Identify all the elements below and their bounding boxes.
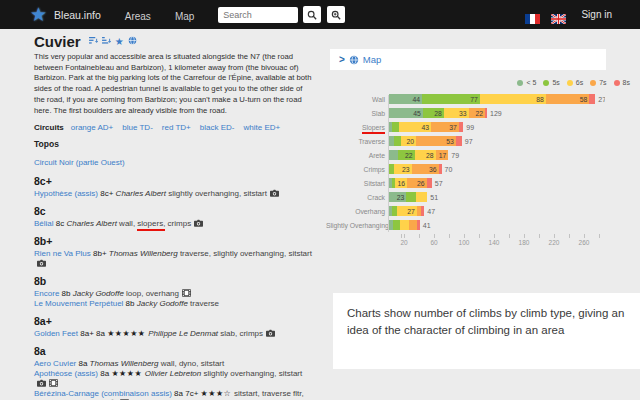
advanced-search-button[interactable] bbox=[327, 6, 345, 23]
bar-segment-8s bbox=[485, 108, 487, 118]
french-flag-icon[interactable] bbox=[525, 10, 540, 20]
chart-category-label: Overhang bbox=[326, 208, 385, 215]
climb-link[interactable]: Aero Cuvier bbox=[34, 359, 76, 368]
stacked-bar: 22281779 bbox=[389, 150, 605, 160]
climb-type-chart: Wall44778858275Slab45283322129Slopers433… bbox=[326, 94, 605, 247]
x-tick-label: 60 bbox=[430, 239, 437, 246]
topos-label: Topos bbox=[34, 139, 314, 149]
favorite-star-icon[interactable]: ★ bbox=[115, 37, 124, 47]
climb-grade: 8a+ 8a bbox=[78, 329, 107, 338]
bleau-info-page: ★ Bleau.info AreasMap Sign in Cuvier ★ T… bbox=[0, 0, 640, 400]
globe-icon bbox=[349, 51, 359, 69]
chevron-right-icon: > bbox=[339, 54, 345, 65]
stacked-bar: 2351 bbox=[389, 192, 605, 202]
annotation-card: Charts show number of climbs by climb ty… bbox=[333, 293, 640, 369]
circuits-label: Circuits bbox=[34, 123, 64, 132]
bar-segment-7s bbox=[409, 220, 417, 230]
climb-grade: 8a bbox=[98, 369, 111, 378]
map-link[interactable]: Map bbox=[363, 54, 381, 65]
map-panel[interactable]: > Map bbox=[330, 49, 606, 70]
climb-row: Encore 8b Jacky Godoffe loop, overhang bbox=[34, 289, 314, 299]
climb-grade: 8a 7c+ bbox=[172, 389, 201, 398]
circuit-link[interactable]: orange AD+ bbox=[71, 123, 113, 132]
chart-legend: < 55s6s7s8s bbox=[330, 79, 630, 86]
climb-link[interactable]: Rien ne Va Plus bbox=[34, 249, 91, 258]
camera-icon bbox=[37, 379, 46, 387]
bleau-logo-icon[interactable]: ★ bbox=[30, 5, 47, 24]
bar-segment-8s bbox=[456, 136, 462, 146]
bar-total-label: 51 bbox=[430, 194, 438, 201]
stacked-bar: 205397 bbox=[389, 136, 605, 146]
sign-in-link[interactable]: Sign in bbox=[581, 9, 612, 20]
x-axis-labels: 2060100140180220260 bbox=[389, 238, 605, 247]
climb-author: Charles Albert bbox=[116, 189, 169, 198]
bar-segment-7s: 22 bbox=[469, 108, 486, 118]
climb-author: Thomas Willenberg bbox=[109, 249, 180, 258]
bar-segment-6s bbox=[416, 192, 427, 202]
star-rating: ★★★★★ bbox=[107, 329, 148, 338]
chart-row: Wall44778858275 bbox=[326, 94, 605, 104]
climb-link[interactable]: Bérézina-Carnage (combinaison assis) bbox=[34, 389, 172, 398]
sort-numeric-icon[interactable] bbox=[102, 37, 111, 47]
climb-grade: 8b+ bbox=[91, 249, 109, 258]
bar-segment-8s bbox=[417, 220, 420, 230]
bar-segment-6s bbox=[400, 220, 410, 230]
x-tick-label: 260 bbox=[579, 239, 590, 246]
x-tick-label: 180 bbox=[519, 239, 530, 246]
climb-row: Rien ne Va Plus 8b+ Thomas Willenberg tr… bbox=[34, 249, 314, 269]
bar-total-label: 97 bbox=[465, 138, 473, 145]
main-nav: AreasMap bbox=[125, 6, 219, 24]
sort-alpha-icon[interactable] bbox=[89, 37, 98, 47]
bar-segment-5s bbox=[394, 136, 401, 146]
legend-dot bbox=[567, 80, 573, 86]
chart-category-label: Slightly Overhanging bbox=[326, 222, 385, 229]
grade-heading: 8a+ bbox=[34, 315, 314, 327]
climb-link[interactable]: Bélial bbox=[34, 219, 54, 228]
page-title: Cuvier bbox=[34, 33, 81, 50]
bar-segment-6s: 28 bbox=[415, 150, 436, 160]
climb-author: Olivier Lebreton bbox=[145, 369, 204, 378]
topo-link[interactable]: Circuit Noir (partie Ouest) bbox=[34, 158, 125, 167]
bar-segment-6s: 33 bbox=[444, 108, 469, 118]
climb-style: traverse bbox=[190, 299, 219, 308]
bar-total-label: 47 bbox=[427, 208, 435, 215]
climb-link[interactable]: Golden Feet bbox=[34, 329, 78, 338]
bar-total-label: 41 bbox=[423, 222, 431, 229]
legend-label: 6s bbox=[576, 79, 583, 86]
circuit-link[interactable]: red TD+ bbox=[162, 123, 191, 132]
search-input[interactable] bbox=[218, 7, 298, 23]
climb-row: Hypothèse (assis) 8c+ Charles Albert sli… bbox=[34, 189, 314, 199]
climb-grade: 8a bbox=[76, 359, 89, 368]
bar-segment-5s bbox=[406, 192, 416, 202]
star-rating: ★★★★ bbox=[111, 369, 144, 378]
search-button[interactable] bbox=[303, 6, 321, 23]
climb-style: wall, bbox=[119, 219, 137, 228]
film-icon bbox=[182, 289, 191, 297]
climb-link[interactable]: Hypothèse (assis) bbox=[34, 189, 98, 198]
circuit-link[interactable]: white ED+ bbox=[243, 123, 280, 132]
circuit-link[interactable]: blue TD- bbox=[122, 123, 153, 132]
legend-label: < 5 bbox=[526, 79, 536, 86]
globe-icon[interactable] bbox=[128, 36, 137, 47]
camera-icon bbox=[194, 219, 203, 227]
brand-link[interactable]: Bleau.info bbox=[54, 9, 101, 21]
climb-link[interactable]: Le Mouvement Perpétuel bbox=[34, 299, 123, 308]
search-plus-icon bbox=[331, 10, 341, 20]
climb-style: loop, overhang bbox=[126, 289, 179, 298]
circuit-link[interactable]: black ED- bbox=[200, 123, 235, 132]
camera-icon bbox=[270, 189, 279, 197]
chart-row: Slab45283322129 bbox=[326, 108, 605, 118]
legend-dot bbox=[543, 80, 549, 86]
bar-segment-7s: 58 bbox=[546, 94, 590, 104]
nav-link-map[interactable]: Map bbox=[175, 11, 194, 22]
climb-link[interactable]: Encore bbox=[34, 289, 59, 298]
climb-grade: 8c bbox=[54, 219, 67, 228]
area-content: Cuvier ★ This very popular and accessibl… bbox=[34, 33, 314, 400]
nav-link-areas[interactable]: Areas bbox=[125, 11, 151, 22]
chart-row: Slightly Overhanging41 bbox=[326, 220, 605, 230]
bar-segment-8s bbox=[459, 122, 464, 132]
climb-author: Jacky Godoffe bbox=[73, 289, 126, 298]
climb-link[interactable]: Apothéose (assis) bbox=[34, 369, 98, 378]
uk-flag-icon[interactable] bbox=[551, 10, 566, 20]
title-row: Cuvier ★ bbox=[34, 33, 314, 50]
